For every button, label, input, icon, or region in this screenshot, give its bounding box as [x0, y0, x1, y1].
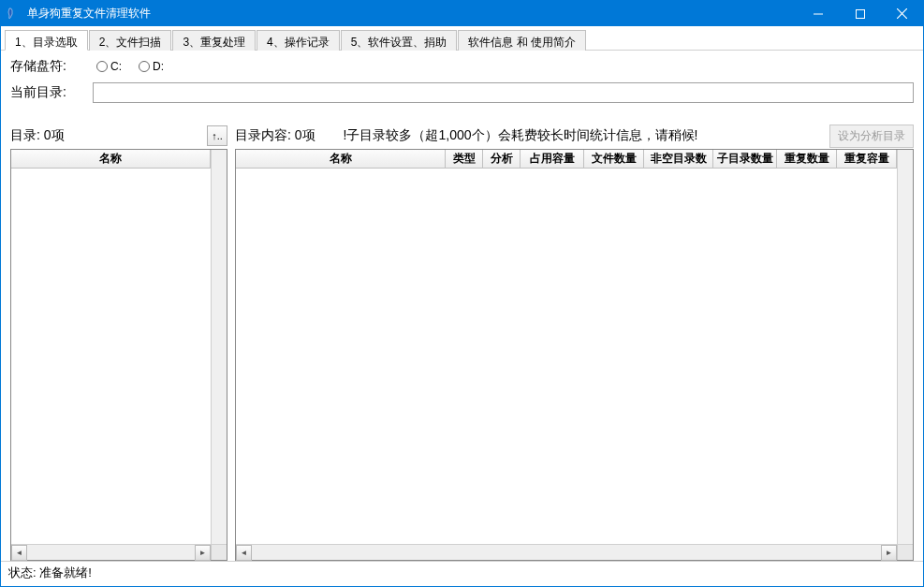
current-dir-input[interactable]: [93, 82, 914, 103]
maximize-button[interactable]: [839, 1, 881, 26]
right-vscroll[interactable]: [897, 150, 913, 544]
tab-operation-log[interactable]: 4、操作记录: [257, 30, 340, 51]
content-area: 存储盘符: C: D: 当前目录: 目录: 0项 ↑..: [1, 51, 923, 561]
drive-radio-d-label: D:: [153, 60, 164, 73]
right-pane: 目录内容: 0项 !子目录较多（超1,000个）会耗费较长时间统计信息，请稍候!…: [235, 125, 914, 561]
col-type[interactable]: 类型: [446, 150, 483, 168]
minimize-button[interactable]: [797, 1, 839, 26]
left-pane-header: 目录: 0项 ↑..: [10, 125, 227, 146]
right-hscroll[interactable]: ◄ ►: [236, 544, 913, 560]
col-dup-count[interactable]: 重复数量: [777, 150, 837, 168]
scroll-right-icon[interactable]: ►: [881, 545, 897, 561]
drive-radio-c-label: C:: [110, 60, 122, 73]
titlebar: 单身狗重复文件清理软件: [1, 1, 923, 26]
col-name[interactable]: 名称: [236, 150, 446, 168]
right-pane-header: 目录内容: 0项 !子目录较多（超1,000个）会耗费较长时间统计信息，请稍候!…: [235, 125, 914, 146]
drive-radio-group: C: D:: [96, 60, 164, 73]
col-name[interactable]: 名称: [11, 150, 211, 168]
left-count-label: 目录: 0项: [10, 127, 65, 144]
svg-rect-1: [856, 9, 864, 18]
scroll-right-icon[interactable]: ►: [195, 545, 211, 561]
scroll-left-icon[interactable]: ◄: [11, 545, 27, 561]
close-button[interactable]: [881, 1, 923, 26]
tab-file-scan[interactable]: 2、文件扫描: [89, 30, 172, 51]
drive-label: 存储盘符:: [10, 58, 85, 75]
tab-duplicate-handle[interactable]: 3、重复处理: [172, 30, 256, 51]
right-count-label: 目录内容: 0项: [235, 127, 315, 144]
window-title: 单身狗重复文件清理软件: [27, 6, 797, 22]
left-grid-body[interactable]: [11, 169, 211, 544]
left-grid-header: 名称: [11, 150, 211, 169]
window-controls: [797, 1, 923, 26]
up-directory-button[interactable]: ↑..: [207, 125, 227, 146]
col-subdir-count[interactable]: 子目录数量: [713, 150, 777, 168]
status-text: 状态: 准备就绪!: [8, 565, 92, 581]
current-dir-row: 当前目录:: [10, 82, 914, 103]
right-info-text: !子目录较多（超1,000个）会耗费较长时间统计信息，请稍候!: [344, 127, 698, 144]
drive-radio-d[interactable]: D:: [139, 60, 164, 73]
radio-icon: [96, 61, 108, 72]
tab-bar: 1、目录选取 2、文件扫描 3、重复处理 4、操作记录 5、软件设置、捐助 软件…: [1, 26, 923, 51]
left-hscroll[interactable]: ◄ ►: [11, 544, 227, 560]
current-dir-label: 当前目录:: [10, 84, 85, 101]
drive-radio-c[interactable]: C:: [96, 60, 122, 73]
right-grid: 名称 类型 分析 占用容量 文件数量 非空目录数 子目录数量 重复数量 重复容量: [235, 149, 914, 561]
set-analyze-dir-button: 设为分析目录: [829, 125, 914, 148]
right-grid-header: 名称 类型 分析 占用容量 文件数量 非空目录数 子目录数量 重复数量 重复容量: [236, 150, 897, 169]
tab-settings-donate[interactable]: 5、软件设置、捐助: [341, 30, 458, 51]
col-file-count[interactable]: 文件数量: [584, 150, 644, 168]
right-grid-body[interactable]: [236, 169, 897, 544]
radio-icon: [139, 61, 150, 72]
left-grid: 名称 ◄ ►: [10, 149, 227, 561]
col-nonempty-dir-count[interactable]: 非空目录数: [644, 150, 713, 168]
left-pane: 目录: 0项 ↑.. 名称 ◄ ►: [10, 125, 227, 561]
tab-directory-select[interactable]: 1、目录选取: [5, 30, 88, 51]
statusbar: 状态: 准备就绪!: [1, 561, 923, 583]
tab-info-guide[interactable]: 软件信息 和 使用简介: [458, 30, 586, 51]
col-dup-size[interactable]: 重复容量: [837, 150, 897, 168]
lists-row: 目录: 0项 ↑.. 名称 ◄ ►: [10, 125, 914, 561]
col-size[interactable]: 占用容量: [521, 150, 584, 168]
scroll-left-icon[interactable]: ◄: [236, 545, 252, 561]
left-vscroll[interactable]: [211, 150, 227, 544]
app-icon: [7, 7, 22, 22]
col-analyze[interactable]: 分析: [483, 150, 521, 168]
drive-row: 存储盘符: C: D:: [10, 58, 914, 75]
